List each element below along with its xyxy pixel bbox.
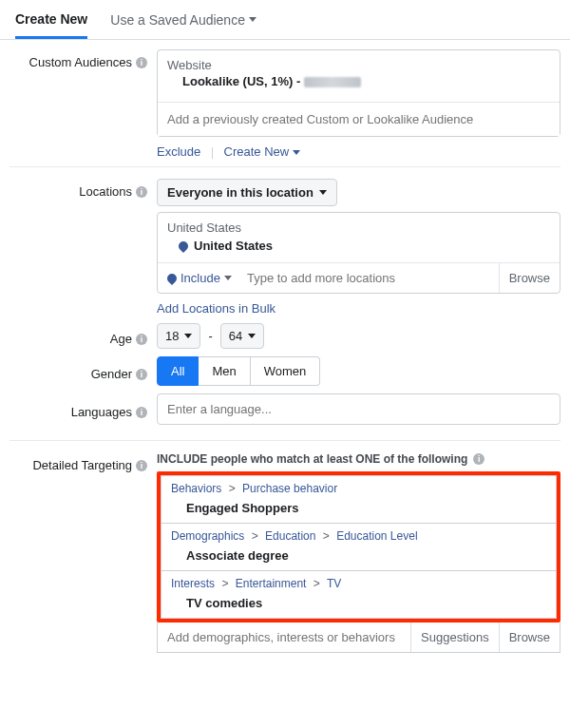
tab-saved-audience-label: Use a Saved Audience bbox=[110, 12, 245, 28]
pin-icon bbox=[165, 271, 179, 284]
add-locations-bulk-link[interactable]: Add Locations in Bulk bbox=[157, 301, 276, 316]
gender-men-button[interactable]: Men bbox=[199, 356, 250, 386]
add-targeting-input[interactable] bbox=[158, 623, 410, 652]
breadcrumb-sep: > bbox=[221, 577, 228, 590]
targeting-value: Engaged Shoppers bbox=[171, 495, 546, 521]
browse-targeting-button[interactable]: Browse bbox=[499, 623, 560, 652]
location-scope-select[interactable]: Everyone in this location bbox=[157, 179, 337, 206]
highlighted-targeting-box: Behaviors > Purchase behavior Engaged Sh… bbox=[157, 471, 560, 623]
location-input[interactable] bbox=[241, 263, 499, 293]
gender-label: Gender bbox=[91, 367, 132, 381]
gender-women-button[interactable]: Women bbox=[251, 356, 321, 386]
breadcrumb-link[interactable]: Demographics bbox=[171, 529, 244, 543]
add-audience-input[interactable] bbox=[158, 102, 560, 136]
info-icon[interactable]: i bbox=[136, 407, 147, 418]
age-min-value: 18 bbox=[165, 329, 179, 343]
separator bbox=[212, 147, 213, 159]
location-region-header: United States bbox=[167, 220, 550, 235]
breadcrumb-link[interactable]: Education bbox=[265, 529, 315, 543]
age-separator: - bbox=[208, 329, 212, 343]
age-min-select[interactable]: 18 bbox=[157, 323, 200, 349]
create-new-link[interactable]: Create New bbox=[224, 144, 301, 159]
include-label: Include bbox=[180, 271, 220, 285]
age-label: Age bbox=[110, 332, 132, 346]
suggestions-button[interactable]: Suggestions bbox=[410, 623, 499, 652]
caret-down-icon bbox=[319, 190, 327, 195]
breadcrumb-sep: > bbox=[229, 482, 236, 495]
info-icon[interactable]: i bbox=[136, 186, 147, 198]
targeting-value: TV comedies bbox=[171, 590, 546, 616]
caret-down-icon bbox=[249, 17, 256, 22]
detailed-targeting-label: Detailed Targeting bbox=[32, 458, 132, 472]
languages-input[interactable] bbox=[157, 393, 560, 425]
redacted-text bbox=[304, 77, 361, 87]
location-item-label: United States bbox=[194, 239, 273, 253]
tab-create-new[interactable]: Create New bbox=[15, 0, 87, 39]
age-max-value: 64 bbox=[229, 329, 242, 343]
languages-label: Languages bbox=[71, 405, 132, 419]
pin-icon bbox=[177, 239, 190, 252]
location-scope-label: Everyone in this location bbox=[167, 185, 314, 200]
tab-saved-audience[interactable]: Use a Saved Audience bbox=[110, 12, 256, 28]
info-icon[interactable]: i bbox=[136, 57, 147, 68]
breadcrumb-link[interactable]: Purchase behavior bbox=[242, 482, 337, 495]
targeting-value: Associate degree bbox=[171, 543, 546, 568]
gender-all-button[interactable]: All bbox=[157, 356, 199, 386]
custom-audiences-box: Website Lookalike (US, 1%) - bbox=[157, 49, 560, 137]
exclude-link[interactable]: Exclude bbox=[157, 144, 200, 159]
breadcrumb-link[interactable]: TV bbox=[327, 577, 341, 590]
audience-item-prefix: Lookalike (US, 1%) - bbox=[182, 74, 304, 88]
breadcrumb-sep: > bbox=[252, 529, 258, 543]
include-heading: INCLUDE people who match at least ONE of… bbox=[157, 452, 467, 466]
targeting-item[interactable]: Demographics > Education > Education Lev… bbox=[161, 524, 557, 571]
audience-item[interactable]: Lookalike (US, 1%) - bbox=[167, 72, 550, 94]
custom-audiences-label: Custom Audiences bbox=[29, 55, 132, 69]
location-item[interactable]: United States bbox=[167, 235, 550, 260]
locations-label: Locations bbox=[79, 184, 132, 199]
locations-box: United States United States Include Brow… bbox=[157, 212, 560, 294]
targeting-item[interactable]: Interests > Entertainment > TV TV comedi… bbox=[161, 571, 557, 619]
breadcrumb-sep: > bbox=[314, 577, 320, 590]
breadcrumb-link[interactable]: Education Level bbox=[336, 529, 417, 543]
browse-locations-button[interactable]: Browse bbox=[499, 263, 560, 293]
caret-down-icon bbox=[248, 334, 256, 338]
info-icon[interactable]: i bbox=[136, 334, 147, 345]
breadcrumb-link[interactable]: Entertainment bbox=[236, 577, 307, 590]
caret-down-icon bbox=[224, 276, 232, 280]
info-icon[interactable]: i bbox=[473, 453, 484, 465]
audience-source-label: Website bbox=[167, 58, 550, 72]
info-icon[interactable]: i bbox=[136, 460, 147, 471]
gender-toggle-group: All Men Women bbox=[157, 356, 560, 386]
breadcrumb-link[interactable]: Behaviors bbox=[171, 482, 221, 495]
include-select[interactable]: Include bbox=[158, 263, 241, 293]
caret-down-icon bbox=[184, 334, 192, 338]
age-max-select[interactable]: 64 bbox=[220, 323, 264, 349]
targeting-item[interactable]: Behaviors > Purchase behavior Engaged Sh… bbox=[161, 475, 557, 524]
breadcrumb-link[interactable]: Interests bbox=[171, 577, 215, 590]
breadcrumb-sep: > bbox=[323, 529, 330, 543]
info-icon[interactable]: i bbox=[136, 369, 147, 380]
